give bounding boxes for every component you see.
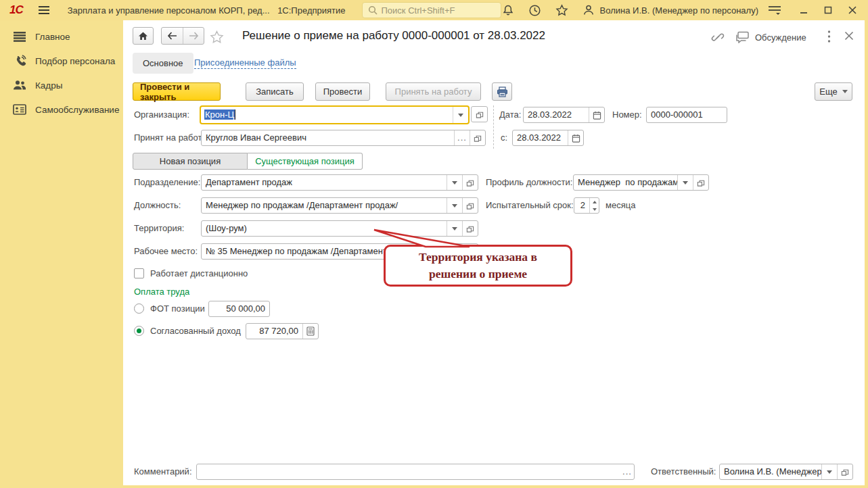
- post-button[interactable]: Провести: [315, 82, 370, 101]
- department-label: Подразделение:: [134, 174, 200, 191]
- open-icon: [466, 224, 474, 233]
- service-menu-icon[interactable]: [768, 3, 781, 17]
- employee-choose-button[interactable]: ...: [454, 130, 470, 145]
- open-icon: [697, 178, 705, 187]
- probation-field[interactable]: 2: [574, 197, 599, 214]
- spin-down-icon[interactable]: [590, 205, 599, 213]
- probation-spinner[interactable]: [589, 198, 599, 213]
- territory-open-button[interactable]: [462, 221, 478, 236]
- agreed-income-radio[interactable]: [134, 326, 144, 336]
- sidebar-item-recruitment[interactable]: Подбор персонала: [0, 49, 123, 73]
- payment-section-title: Оплата труда: [134, 287, 189, 297]
- text-caret: [235, 109, 235, 120]
- open-icon: [472, 107, 487, 122]
- sidebar: Главное Подбор персонала Кадры Самообслу…: [0, 20, 123, 488]
- territory-label: Территория:: [134, 220, 184, 237]
- global-search-input[interactable]: Поиск Ctrl+Shift+F: [362, 2, 501, 18]
- discussion-button[interactable]: Обсуждение: [735, 31, 806, 43]
- responsible-field[interactable]: Волина И.В. (Менеджер п: [719, 464, 853, 480]
- organization-open-button[interactable]: [471, 106, 488, 122]
- current-user[interactable]: Волина И.В. (Менеджер по персоналу): [583, 4, 758, 16]
- toggle-new-position[interactable]: Новая позиция: [133, 153, 248, 170]
- fot-radio[interactable]: [134, 303, 144, 314]
- app-title: Зарплата и управление персоналом КОРП, р…: [68, 5, 346, 16]
- profile-open-button[interactable]: [693, 175, 708, 190]
- hire-button[interactable]: Принять на работу: [386, 82, 481, 101]
- position-dropdown-button[interactable]: [447, 198, 462, 213]
- from-date-field[interactable]: 28.03.2022: [512, 130, 584, 146]
- favorites-star-icon[interactable]: [555, 3, 569, 17]
- open-icon: [841, 468, 849, 476]
- calendar-icon[interactable]: [568, 130, 583, 145]
- post-and-close-button[interactable]: Провести и закрыть: [133, 82, 221, 101]
- open-icon: [474, 134, 482, 142]
- organization-field[interactable]: Крон-Ц: [200, 105, 470, 124]
- calculator-icon[interactable]: [302, 324, 318, 339]
- profile-label: Профиль должности:: [486, 174, 572, 191]
- toggle-existing-position[interactable]: Существующая позиция: [248, 153, 363, 170]
- more-menu-icon[interactable]: [827, 30, 831, 43]
- employee-field[interactable]: Круглов Иван Сергеевич ...: [201, 130, 486, 146]
- remote-checkbox[interactable]: [134, 268, 144, 278]
- from-date-label: с:: [501, 130, 507, 146]
- copy-link-icon[interactable]: [711, 31, 725, 43]
- history-icon[interactable]: [528, 3, 542, 17]
- menu-lines-icon: [12, 32, 27, 42]
- territory-dropdown-button[interactable]: [447, 221, 462, 236]
- chevron-down-icon: [452, 227, 457, 230]
- logo-1c: 1С: [9, 3, 23, 17]
- minimize-button[interactable]: [795, 3, 813, 18]
- number-field[interactable]: 0000-000001: [646, 107, 727, 123]
- fot-label: ФОТ позиции: [150, 301, 205, 317]
- spin-up-icon[interactable]: [590, 198, 599, 205]
- responsible-dropdown-button[interactable]: [821, 464, 837, 479]
- forward-button[interactable]: [183, 28, 204, 44]
- organization-dropdown-button[interactable]: [453, 107, 468, 123]
- comment-expand-button[interactable]: ...: [620, 464, 634, 479]
- position-field[interactable]: Менеджер по продажам /Департамент продаж…: [201, 197, 478, 214]
- calendar-icon[interactable]: [589, 107, 604, 122]
- agreed-income-field[interactable]: 87 720,00: [246, 323, 319, 339]
- close-document-icon[interactable]: [844, 31, 854, 41]
- printer-icon: [497, 87, 508, 97]
- favorite-star-icon[interactable]: [210, 30, 224, 44]
- notifications-bell-icon[interactable]: [501, 3, 515, 17]
- chevron-down-icon: [827, 470, 832, 474]
- department-dropdown-button[interactable]: [447, 175, 462, 190]
- close-window-button[interactable]: [844, 3, 861, 18]
- territory-field[interactable]: (Шоу-рум): [201, 220, 478, 237]
- department-open-button[interactable]: [462, 175, 478, 190]
- tab-main[interactable]: Основное: [133, 53, 193, 74]
- sidebar-item-main[interactable]: Главное: [0, 24, 123, 49]
- annotation-text: Территория указана в решении о приеме: [402, 249, 554, 283]
- date-field[interactable]: 28.03.2022: [523, 107, 605, 123]
- sidebar-item-hr[interactable]: Кадры: [0, 73, 123, 97]
- tab-attached-files[interactable]: Присоединенные файлы: [194, 57, 296, 69]
- sidebar-item-self-service[interactable]: Самообслуживание: [0, 97, 123, 122]
- probation-label: Испытательный срок:: [486, 197, 574, 214]
- department-field[interactable]: Департамент продаж: [201, 174, 478, 191]
- save-button[interactable]: Записать: [246, 82, 304, 101]
- print-button[interactable]: [492, 82, 512, 101]
- responsible-label: Ответственный:: [651, 464, 716, 480]
- profile-dropdown-button[interactable]: [677, 175, 693, 190]
- phone-icon: [12, 55, 27, 68]
- comment-field[interactable]: ...: [196, 464, 635, 480]
- search-placeholder: Поиск Ctrl+Shift+F: [382, 5, 455, 16]
- home-button[interactable]: [133, 27, 154, 45]
- fot-amount-field[interactable]: 50 000,00: [208, 301, 270, 317]
- open-icon: [466, 178, 474, 187]
- maximize-button[interactable]: [819, 3, 837, 18]
- remote-label: Работает дистанционно: [150, 266, 248, 282]
- comment-label: Комментарий:: [134, 464, 192, 480]
- profile-field[interactable]: Менеджер по продажам: [573, 174, 709, 191]
- people-icon: [12, 80, 27, 91]
- main-menu-icon[interactable]: [38, 5, 50, 15]
- responsible-open-button[interactable]: [837, 464, 852, 479]
- app-window: 1С Зарплата и управление персоналом КОРП…: [0, 0, 868, 488]
- employee-open-button[interactable]: [470, 130, 485, 145]
- more-actions-button[interactable]: Еще: [815, 82, 852, 101]
- discussion-label: Обсуждение: [755, 32, 806, 43]
- back-button[interactable]: [162, 28, 183, 44]
- position-open-button[interactable]: [462, 198, 478, 213]
